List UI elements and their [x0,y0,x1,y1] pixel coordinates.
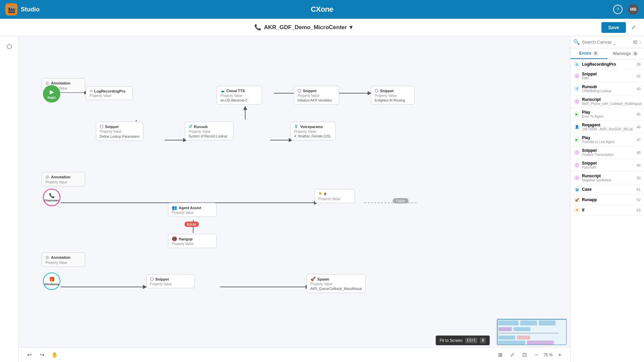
spawn-node[interactable]: 🚀 Spawn Property Value AKR_QueueCallback… [307,274,366,293]
header-left: 🎬 Studio [5,3,40,15]
logrecordingpro-node[interactable]: ⊘ LogRecordingPro Property Value [86,86,133,100]
svg-rect-15 [498,320,519,325]
redo-button[interactable]: ↪ [37,350,47,360]
cloud-tts-icon: ☁ [220,88,225,93]
cloud-tts-node[interactable]: ☁ Cloud TTS Property Value en-US-Wavenet… [217,86,262,105]
snippet-pbr-sub: PBR [582,76,597,80]
fit-screen-icon[interactable]: ⊡ [520,350,530,360]
if-value: Property Value [318,197,351,201]
play-error-icon: ▶ [574,111,580,117]
onrelease-node[interactable]: 🎁 Onrelease [43,273,60,290]
define-lookup-label: Define Lookup Parameters [100,135,140,138]
pan-button[interactable]: ✋ [50,350,60,360]
runsub-num: 43 [634,87,641,91]
user-avatar[interactable]: MB [628,4,639,15]
begin-node[interactable]: ▶ Begin [43,85,60,103]
sidebar-item-snippet-finalize[interactable]: ⬡ Snippet Finalize Transcription 48 [571,146,644,159]
reqagent-name: Reqagent [582,123,633,127]
play-transfer-icon: ▶ [574,137,580,143]
runscript-list-name: Runscript [582,97,642,102]
hangup-icon: 📵 [172,236,177,241]
sidebar-item-play-transfer[interactable]: ▶ Play Transfer to Live Agent 47 [571,133,644,146]
search-area[interactable]: 🔍 ID ↕ [571,36,644,48]
tab-warnings[interactable]: Warnings 0 [607,48,644,59]
app-header: 🎬 Studio CXone ? MB [0,0,644,19]
hangup-value: Property Value [172,242,213,246]
minimap [496,318,567,345]
if-list-icon: ⚑ [574,207,580,213]
sidebar-item-runsub[interactable]: ↺ Runsub CRM/Billing Lookup 43 [571,82,644,95]
snippet-node-1[interactable]: ⬡ Snippet Property Value Define Lookup P… [96,122,143,141]
canvas-area[interactable]: ⊘ Annotation Property Value ▶ Begin ⊘ Lo… [19,36,570,362]
undo-button[interactable]: ↩ [24,350,34,360]
sidebar-item-play-error[interactable]: ▶ Play Error To Agent 45 [571,108,644,121]
cloud-tts-value: Property Value [220,94,258,98]
expand-icon[interactable]: ⤢ [629,22,639,33]
runsub-list-name: Runsub [582,84,611,89]
hangup-node[interactable]: 📵 Hangup Property Value [168,234,217,248]
voiceparams-node[interactable]: 🎙 Voiceparams Property Value 4: Heather,… [290,122,336,140]
annotation-node-2[interactable]: ⊘ Annotation Property Value [42,172,85,186]
snippet-value-4: Property Value [150,282,191,286]
sidebar-item-case[interactable]: ▦ Case 51 [571,184,644,195]
annotation-title-3: Annotation [51,255,70,259]
play-transfer-sub: Transfer to Live Agent [582,140,614,144]
sort-icon[interactable]: ↕ [639,40,641,45]
onrelease-label: Onrelease [44,283,59,286]
warnings-count: 0 [632,51,638,56]
chevron-down-icon[interactable]: ▾ [350,24,353,31]
canvas-svg [19,36,570,362]
sidebar-item-logrecordingpro[interactable]: ⊘ LogRecordingPro 39 [571,59,644,70]
runscript-sentiment-icon: ⬡ [574,175,580,181]
warnings-label: Warnings [613,51,631,56]
sidebar-item-runapp[interactable]: 🚀 Runapp 52 [571,195,644,205]
snippet-node-3[interactable]: ⬡ Snippet Property Value Enlighten AI Ro… [371,86,415,105]
snippet-node-4[interactable]: ⬡ Snippet Property Value [146,274,195,288]
sidebar-item-snippet-pbr[interactable]: ⬡ Snippet PBR 42 [571,70,644,82]
errors-count: 0 [593,51,599,56]
runscript-list-icon: ⬡ [574,99,580,105]
palette-icon[interactable]: ⬡ [4,42,14,52]
voiceparams-sub: 4: Heather, Female (US) [294,134,332,138]
sidebar-item-runscript-multilingual[interactable]: ⬡ Runscript AKR_Phone_with_Callback_Mult… [571,95,644,108]
sidebar-item-if[interactable]: ⚑ If 53 [571,205,644,216]
if-node[interactable]: ⚑ If Property Value [315,189,355,203]
svg-rect-17 [539,320,555,325]
errors-warnings-tabs: Errors 0 Warnings 0 [571,48,644,59]
sidebar-items-list: ⊘ LogRecordingPro 39 ⬡ Snippet PBR 42 ↺ [571,59,644,362]
case-name: Case [582,187,592,192]
cloud-tts-sub: en-US-Wavenet-C [220,99,258,102]
sidebar-item-snippet-passto[interactable]: ⬡ Snippet PassToIA 49 [571,159,644,172]
save-button[interactable]: Save [601,22,626,33]
zoom-in-icon[interactable]: + [555,350,565,360]
runscript-sentiment-name: Runscript [582,174,611,178]
annotation-node-3[interactable]: ⊘ Annotation Property Value [42,252,85,267]
begin-label: Begin [47,96,56,99]
tab-errors[interactable]: Errors 0 [571,48,607,59]
voiceparams-icon: 🎙 [294,124,299,129]
snippet-node-2[interactable]: ⬡ Snippet Property Value Initialize AKR … [294,86,339,105]
onanswer-node[interactable]: 📞 Onanswer [43,189,60,206]
sidebar-item-runscript-sentiment[interactable]: ⬡ Runscript Negative Sentiment 50 [571,172,644,184]
search-input[interactable] [582,40,631,45]
flow-title-bar: 📞 AKR_GDF_Demo_MicroCenter ▾ Save ⤢ [0,19,644,36]
search-icon: 🔍 [573,39,580,45]
app-title: Studio [21,6,40,13]
sidebar-item-reqagent[interactable]: 👤 Reqagent 10573949 - AKR_XferGDF_IBCall… [571,121,644,133]
runsub-title: Runsub [194,125,208,129]
fit-tooltip: Fit to Screen Ctrl 0 [436,336,490,345]
snippet-sub-3: Enlighten AI Routing [375,99,411,102]
zoom-out-icon[interactable]: − [532,350,542,360]
studio-logo-icon: 🎬 [5,3,17,15]
minimap-toggle-icon[interactable]: ⊞ [495,350,505,360]
help-icon[interactable]: ? [613,5,623,14]
runsub-node[interactable]: ↺ Runsub Property Value System of Record… [185,122,233,140]
agent-assist-node[interactable]: 👥 Agent Assist Property Value [168,203,217,217]
minimap-svg [497,319,567,345]
flow-title[interactable]: 📞 AKR_GDF_Demo_MicroCenter ▾ [254,24,353,31]
snippet-title-2: Snippet [303,89,316,93]
flow-name: AKR_GDF_Demo_MicroCenter [264,24,347,31]
spawn-value: Property Value [310,282,362,286]
fullscreen-icon[interactable]: ⤢ [507,350,518,360]
spawn-title: Spawn [317,277,329,281]
